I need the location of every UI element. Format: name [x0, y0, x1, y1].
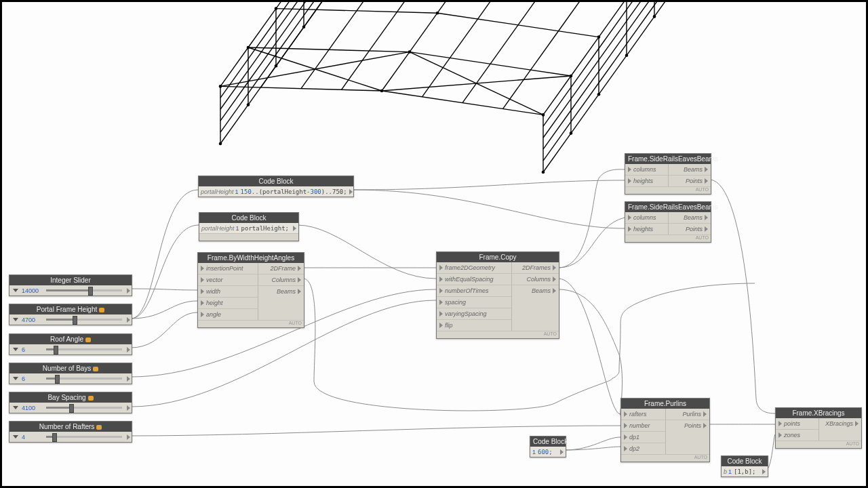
output-port[interactable] [127, 288, 130, 293]
svg-line-20 [276, 9, 437, 14]
svg-line-75 [220, 94, 248, 132]
svg-line-154 [370, 12, 397, 51]
node-frame-by-width-height-angles[interactable]: Frame.ByWidthHeightAngles insertionPoint… [197, 252, 304, 328]
svg-point-17 [408, 50, 412, 54]
output-port[interactable] [127, 376, 130, 382]
svg-line-143 [317, 2, 344, 9]
output-port[interactable] [127, 405, 130, 411]
svg-line-92 [599, 33, 627, 71]
output-port[interactable] [127, 347, 130, 352]
input-port[interactable]: frame2DGeometry [437, 262, 511, 273]
input-port-label[interactable]: portalHeight [201, 188, 235, 195]
input-port[interactable]: columns [625, 164, 668, 175]
output-port[interactable]: Beams [669, 212, 711, 223]
output-port[interactable]: Beams [258, 285, 304, 297]
node-frame-copy[interactable]: Frame.Copy frame2DGeometry withEqualSpac… [436, 251, 559, 339]
chevron-down-icon[interactable] [13, 289, 18, 292]
output-port[interactable] [349, 189, 353, 195]
input-port[interactable]: insertionPoint [198, 263, 258, 274]
input-port[interactable]: numberOfTimes [437, 285, 511, 296]
svg-line-173 [478, 2, 506, 19]
code-block-heights[interactable]: Code Block portalHeight 1 150..(portalHe… [198, 176, 354, 197]
svg-line-159 [503, 70, 531, 108]
svg-point-5 [542, 171, 545, 174]
svg-line-160 [531, 31, 559, 70]
input-port[interactable]: dp1 [621, 431, 665, 443]
output-port[interactable] [293, 226, 296, 231]
input-port[interactable]: number [621, 420, 665, 431]
output-port[interactable]: Purlins [666, 409, 710, 420]
output-port[interactable]: Points [669, 223, 711, 235]
svg-line-142 [289, 9, 317, 48]
code-block-zones[interactable]: Code Block b1[1,b]; [721, 455, 768, 477]
svg-line-102 [571, 60, 599, 98]
output-port[interactable]: Columns [512, 273, 559, 285]
node-frame-siderails-2[interactable]: Frame.SideRailsEavesBeams columnsheights… [625, 201, 711, 243]
input-port[interactable]: withEqualSpacing [437, 273, 511, 285]
chevron-down-icon[interactable] [13, 435, 18, 439]
output-port[interactable]: Columns [258, 274, 304, 285]
svg-line-141 [261, 49, 289, 87]
slider-track[interactable] [46, 289, 122, 291]
input-port[interactable]: height [198, 297, 258, 308]
slider-roof-angle[interactable]: Roof Angle 6 [9, 333, 132, 355]
svg-line-124 [543, 76, 571, 115]
svg-line-66 [571, 94, 599, 133]
output-port[interactable] [762, 469, 766, 474]
slider-number-of-bays[interactable]: Number of Bays 6 [9, 363, 132, 384]
node-frame-xbracings[interactable]: Frame.XBracings pointszones XBracings AU… [775, 407, 862, 449]
input-port[interactable]: columns [625, 212, 668, 223]
chevron-down-icon[interactable] [13, 318, 18, 321]
output-port[interactable] [127, 434, 130, 440]
input-port[interactable]: spacing [437, 296, 511, 308]
input-port[interactable]: points [776, 418, 818, 429]
input-port[interactable]: angle [198, 308, 258, 320]
output-port[interactable]: Points [669, 175, 711, 186]
node-frame-siderails-1[interactable]: Frame.SideRailsEavesBeams columnsheights… [625, 153, 711, 195]
input-port[interactable]: zones [776, 429, 818, 441]
input-port[interactable]: vector [198, 274, 258, 285]
svg-point-32 [625, 54, 629, 58]
svg-line-114 [571, 49, 599, 87]
svg-point-15 [247, 46, 250, 49]
node-frame-purlins[interactable]: Frame.Purlins rafters number dp1 dp2 Pur… [620, 398, 710, 462]
svg-line-79 [276, 16, 304, 54]
output-port[interactable]: Beams [512, 285, 559, 296]
code-block-600[interactable]: Code Block 1600; [530, 436, 566, 458]
svg-line-103 [276, 2, 304, 31]
output-port[interactable]: Beams [669, 164, 711, 175]
svg-line-87 [220, 82, 248, 121]
svg-line-65 [248, 66, 276, 104]
svg-line-80 [599, 44, 627, 83]
output-port[interactable]: 2DFrame [258, 263, 304, 274]
svg-line-167 [518, 2, 546, 25]
input-port[interactable]: rafters [621, 409, 665, 420]
output-port[interactable] [560, 449, 564, 455]
input-port[interactable]: heights [625, 223, 668, 235]
slider-bay-spacing[interactable]: Bay Spacing 4100 [9, 392, 132, 413]
input-port[interactable]: heights [625, 175, 668, 186]
input-port[interactable]: dp2 [621, 443, 665, 454]
input-port[interactable]: varyingSpacing [437, 308, 511, 319]
chevron-down-icon[interactable] [13, 377, 18, 380]
output-port[interactable] [127, 317, 130, 323]
input-port[interactable]: flip [437, 319, 511, 331]
input-port-label[interactable]: portalHeight [201, 225, 236, 232]
svg-line-99 [220, 70, 248, 109]
svg-line-77 [248, 54, 276, 93]
svg-line-78 [571, 83, 599, 121]
svg-line-106 [627, 2, 654, 21]
slider-portal-frame-height[interactable]: Portal Frame Height 4700 [9, 304, 132, 325]
slider-integer[interactable]: Integer Slider 14000 [9, 274, 132, 296]
code-block-portalheight[interactable]: Code Block portalHeight 1 portalHeight; [199, 212, 299, 241]
chevron-down-icon[interactable] [13, 406, 18, 409]
output-port[interactable]: Points [666, 420, 710, 431]
output-port[interactable]: 2DFrames [512, 262, 559, 273]
output-port[interactable]: XBracings [819, 418, 862, 429]
input-port[interactable]: width [198, 285, 258, 297]
input-port-label[interactable]: b [724, 468, 728, 475]
svg-line-172 [450, 19, 478, 58]
chevron-down-icon[interactable] [13, 348, 18, 351]
slider-number-of-rafters[interactable]: Number of Rafters 4 [9, 421, 132, 443]
svg-line-118 [627, 2, 654, 9]
